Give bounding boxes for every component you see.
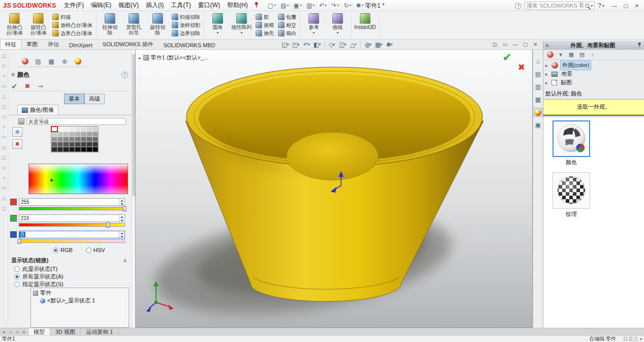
left-tool-icon[interactable]: ◻ <box>1 53 7 58</box>
undo-button[interactable]: ↶▾ <box>318 2 329 9</box>
slider-thumb[interactable] <box>106 223 109 228</box>
close-button[interactable]: ✕ <box>632 2 642 10</box>
tree-item-布景[interactable]: ▸布景 <box>543 70 644 78</box>
tab-nav-button[interactable]: ‹ <box>8 329 14 335</box>
remove-swatch-button[interactable]: ✖ <box>12 139 22 149</box>
display-states-header[interactable]: 显示状态(链接) ∧ <box>11 256 127 264</box>
tree-row-part[interactable]: 零件 <box>33 289 127 297</box>
design-library-tab[interactable]: ▤ <box>534 70 543 79</box>
cancel-button[interactable]: ✖ <box>25 82 30 90</box>
minimize-button[interactable]: — <box>511 41 519 48</box>
radio-icon[interactable] <box>14 282 20 287</box>
zoom-fit-button[interactable]: ◱▾ <box>281 40 290 49</box>
tab-feature-manager[interactable] <box>19 57 30 66</box>
b-value-input[interactable]: 0 <box>19 231 125 238</box>
menu-帮助(H)[interactable]: 帮助(H) <box>224 0 252 11</box>
pin-pane-icon[interactable] <box>637 42 642 49</box>
apply-scene-button[interactable]: ▦▾ <box>374 40 383 49</box>
left-tool-icon[interactable]: ◻ <box>1 205 7 211</box>
options-button[interactable]: ✱▾ <box>354 2 365 9</box>
add-appearance-button[interactable]: ▦ <box>567 51 575 59</box>
sweep-cut-button[interactable]: 扫描切除 <box>171 13 201 21</box>
swatch[interactable] <box>63 127 69 132</box>
spin-down-icon[interactable] <box>119 219 125 222</box>
spin-down-icon[interactable] <box>119 235 125 238</box>
menu-插入(I)[interactable]: 插入(I) <box>142 0 167 11</box>
swatch[interactable] <box>69 142 75 147</box>
tab-DimXpert[interactable]: DimXpert <box>64 41 98 49</box>
option-所有显示状态(A)[interactable]: 所有显示状态(A) <box>14 273 64 281</box>
swatch[interactable] <box>63 142 69 147</box>
print-document-button[interactable]: ▥▾ <box>305 2 317 9</box>
extrude-boss-button[interactable]: 拉伸凸 台/基体 <box>3 12 26 39</box>
move-up-button[interactable]: ↑ <box>589 51 597 59</box>
appearances-scenes-tab[interactable] <box>534 108 543 117</box>
palette-name-box[interactable]: 灰度等级 <box>26 118 126 125</box>
swatch[interactable] <box>69 132 75 137</box>
display-style-button[interactable]: ◫▾ <box>338 40 347 49</box>
expand-triangle-icon[interactable]: ▸ <box>545 72 549 77</box>
swatch[interactable] <box>93 147 99 152</box>
tree-row-display-state[interactable]: <默认>_显示状态 1 <box>33 297 127 304</box>
swatch[interactable] <box>57 147 64 152</box>
tab-color-image[interactable]: 颜色/图像 <box>17 105 58 115</box>
pin-button[interactable]: ⊸ <box>37 82 43 90</box>
texture-sphere-icon[interactable] <box>553 172 590 209</box>
color-sphere-icon[interactable] <box>553 120 590 157</box>
file-explorer-tab[interactable]: ▥ <box>534 82 543 91</box>
tab-property-manager[interactable]: ▤ <box>33 57 44 66</box>
bowl-3d-model[interactable] <box>136 50 532 327</box>
r-value-input[interactable]: 255 <box>19 198 125 206</box>
tree-item-外观(color)[interactable]: ▸外观(color) <box>543 61 644 70</box>
save-document-button[interactable]: ▣▾ <box>292 2 303 9</box>
graphics-viewport[interactable]: ▸ 零件1 (默认<<默认>_... ✔ ✖ <box>135 50 533 328</box>
swatch[interactable] <box>93 137 99 142</box>
minimize-button[interactable]: — <box>609 2 620 10</box>
swatch[interactable] <box>57 132 64 137</box>
swatch[interactable] <box>51 132 57 137</box>
zoom-area-button[interactable]: ◰▾ <box>291 40 300 49</box>
custom-properties-tab[interactable]: ▣ <box>534 120 543 130</box>
swatch[interactable] <box>75 127 81 132</box>
pane-left-button[interactable]: ◫ <box>490 41 499 48</box>
swatch[interactable] <box>93 132 99 137</box>
slider-thumb[interactable] <box>18 239 21 244</box>
tab-nav-button[interactable]: › <box>14 329 20 335</box>
radio-icon[interactable] <box>14 266 20 272</box>
basic-button[interactable]: 基本 <box>64 94 84 104</box>
draft-button[interactable]: 拔模 <box>255 21 275 29</box>
close-button[interactable]: ✕ <box>531 41 540 48</box>
left-tool-icon[interactable]: △ <box>1 94 7 99</box>
g-value-input[interactable]: 215 <box>19 214 125 222</box>
edit-appearance-button[interactable]: ◍▾ <box>363 40 373 49</box>
spinner[interactable] <box>119 199 125 205</box>
left-tool-icon[interactable]: ◇ <box>1 165 7 170</box>
extrude-cut-button[interactable]: 拉伸切 除 <box>98 12 122 39</box>
search-icon[interactable] <box>585 4 589 8</box>
swatch[interactable] <box>75 142 81 147</box>
view-palette-tab[interactable]: ▦ <box>534 95 543 104</box>
option-此显示状态(T)[interactable]: 此显示状态(T) <box>14 265 57 273</box>
swatch[interactable] <box>81 147 87 152</box>
fillet-button[interactable]: 圆角▾ <box>206 12 230 39</box>
help-info-icon[interactable]: ? <box>515 3 522 9</box>
open-document-button[interactable]: ▤▾ <box>279 2 291 9</box>
swatch[interactable] <box>51 127 57 132</box>
restore-button[interactable]: ▢ <box>521 41 530 48</box>
rebuild-button[interactable]: ↻▾ <box>342 2 353 9</box>
tree-item-贴图[interactable]: ▸贴图 <box>543 78 644 87</box>
swatch[interactable] <box>69 137 75 142</box>
confirm-ok-button[interactable]: ✔ <box>503 51 512 64</box>
menu-编辑(E)[interactable]: 编辑(E) <box>87 0 115 11</box>
solidworks-resources-tab[interactable]: ⌂ <box>534 57 543 66</box>
left-tool-icon[interactable]: ▭ <box>1 134 7 140</box>
swatch[interactable] <box>51 137 57 142</box>
menu-pin-icon[interactable] <box>254 2 259 10</box>
left-tool-icon[interactable]: ○ <box>1 73 7 79</box>
radio-icon[interactable] <box>53 247 58 253</box>
expand-triangle-icon[interactable]: ▸ <box>139 55 141 60</box>
new-document-button[interactable]: ▢▾ <box>266 2 278 9</box>
swatch[interactable] <box>51 147 57 152</box>
swatch[interactable] <box>93 142 99 147</box>
tab-display-manager[interactable] <box>72 57 83 66</box>
